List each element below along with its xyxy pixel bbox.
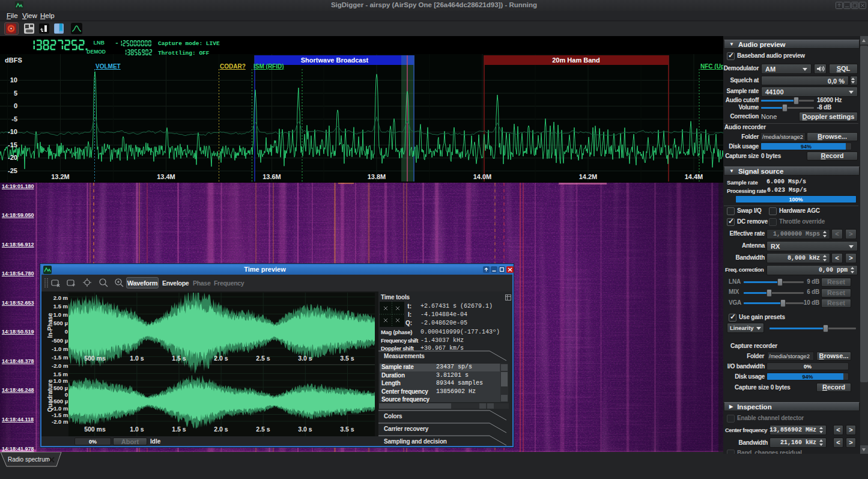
svg-text:-15: -15 <box>8 141 17 148</box>
svg-text:5: 5 <box>14 90 17 97</box>
svg-text:NFC (Up: NFC (Up <box>700 63 723 70</box>
svg-text:Throttling: OFF: Throttling: OFF <box>158 50 210 56</box>
svg-text:1.0 s: 1.0 s <box>130 355 144 362</box>
svg-text:13.6M: 13.6M <box>263 173 281 180</box>
svg-text:14.0M: 14.0M <box>473 173 492 180</box>
svg-text:ISM (RFID): ISM (RFID) <box>253 63 284 70</box>
svg-text:3.0 s: 3.0 s <box>298 355 312 362</box>
svg-text:2.5 s: 2.5 s <box>256 355 270 362</box>
svg-text:13.2M: 13.2M <box>51 173 70 180</box>
svg-text:10: 10 <box>10 76 17 84</box>
svg-text:500 ms: 500 ms <box>84 355 106 362</box>
svg-text:CODAR?: CODAR? <box>220 63 246 70</box>
svg-text:3.0 s: 3.0 s <box>298 426 312 433</box>
svg-text:1.5 s: 1.5 s <box>172 355 186 362</box>
svg-text:20m Ham Band: 20m Ham Band <box>552 56 599 64</box>
svg-text:13.4M: 13.4M <box>157 173 175 180</box>
svg-text:1.5 s: 1.5 s <box>172 426 186 433</box>
svg-text:-20: -20 <box>8 154 17 161</box>
svg-text:500 ms: 500 ms <box>84 426 106 433</box>
svg-text:DEMOD: DEMOD <box>86 49 106 55</box>
svg-text:2.5 s: 2.5 s <box>256 426 270 433</box>
svg-text:VOLMET: VOLMET <box>96 63 121 70</box>
svg-text:0: 0 <box>14 102 17 109</box>
svg-text:13.8M: 13.8M <box>368 173 386 180</box>
svg-text:14.2M: 14.2M <box>579 173 598 180</box>
svg-text:14.4M: 14.4M <box>685 173 703 180</box>
svg-text:-25: -25 <box>8 167 17 174</box>
svg-text:Capture mode: LIVE: Capture mode: LIVE <box>158 40 220 47</box>
svg-text:2.0 s: 2.0 s <box>214 355 228 362</box>
svg-text:Radio spectrum: Radio spectrum <box>8 456 50 463</box>
svg-text:-5: -5 <box>11 115 17 123</box>
svg-text:3.5 s: 3.5 s <box>340 355 354 362</box>
svg-text:2.0 s: 2.0 s <box>214 426 228 433</box>
svg-text:3.5 s: 3.5 s <box>340 426 354 433</box>
svg-text:-10: -10 <box>8 128 17 135</box>
svg-text:1.0 s: 1.0 s <box>130 426 144 433</box>
svg-text:LNB: LNB <box>94 40 105 46</box>
